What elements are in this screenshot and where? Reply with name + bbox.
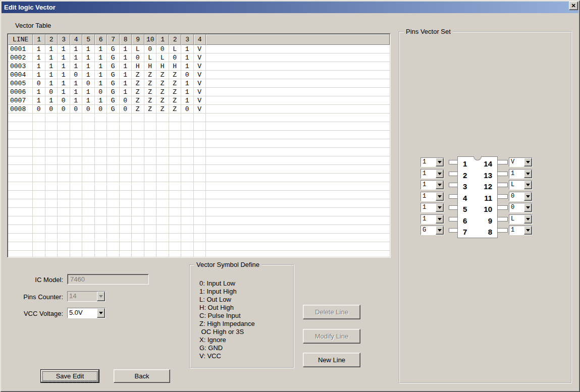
new-line-button[interactable]: New Line (303, 353, 360, 367)
vector-cell (181, 182, 194, 191)
pin-13-select[interactable]: 1 (509, 169, 533, 179)
vector-cell (107, 156, 120, 165)
vector-cell (45, 139, 58, 148)
vcc-voltage-select[interactable]: 5.0V (67, 308, 106, 318)
vector-cell (95, 174, 108, 182)
vector-cell: 1 (45, 96, 58, 105)
vector-cell (144, 225, 157, 234)
vector-cell: G (107, 53, 120, 62)
delete-line-button[interactable]: Delete Line (303, 305, 360, 319)
pin-7-select[interactable]: G (420, 226, 444, 235)
table-row-0006[interactable]: 0006101110G1ZZZZ1V (8, 88, 390, 96)
vector-cell: L (144, 53, 157, 62)
vector-cell (156, 234, 169, 242)
vector-cell (33, 225, 45, 234)
vector-cell (144, 131, 157, 139)
pin-8-dropdown-button[interactable] (524, 226, 532, 235)
back-button[interactable]: Back (114, 369, 170, 383)
table-row-0002[interactable]: 0002111111G10LL01V (8, 53, 390, 62)
vector-cell: L (156, 53, 169, 62)
vector-cell: V (194, 79, 206, 88)
pin-3-select[interactable]: 1 (420, 180, 444, 190)
vector-cell: H (169, 62, 182, 71)
line-number-cell (8, 148, 33, 156)
pin-5-dropdown-button[interactable] (436, 203, 444, 212)
vector-cell (82, 216, 95, 225)
pin-6-dropdown-button[interactable] (436, 215, 444, 223)
symbol-legend-item: G: GND (199, 344, 255, 352)
pin-2-dropdown-button[interactable] (436, 170, 444, 178)
pin-4-dropdown-button[interactable] (436, 192, 444, 201)
pin-1-select[interactable]: 1 (420, 157, 444, 167)
table-row-0004[interactable]: 0004111011G1ZZZZ0V (8, 71, 390, 79)
pin-13-dropdown-button[interactable] (524, 170, 532, 178)
pin-14-select[interactable]: V (509, 157, 533, 167)
vector-cell: 1 (120, 45, 132, 53)
vector-cell (194, 139, 206, 148)
chevron-down-icon (99, 295, 103, 300)
table-row-0007[interactable]: 0007110111G0ZZZZ1V (8, 96, 390, 105)
vector-cell (33, 216, 45, 225)
vector-cell: Z (132, 71, 144, 79)
vector-cell: Z (169, 79, 182, 88)
vector-cell (82, 208, 95, 216)
pin-1-dropdown-button[interactable] (436, 158, 444, 166)
table-row-0001[interactable]: 0001111111G1L00L1V (8, 45, 390, 53)
vector-cell: 1 (45, 53, 58, 62)
vector-cell (107, 165, 120, 174)
pin-9-select[interactable]: L (509, 214, 533, 224)
vector-cell (58, 174, 70, 182)
vector-cell: 1 (45, 62, 58, 71)
pin-10-dropdown-button[interactable] (524, 203, 532, 212)
pin-lead (497, 217, 508, 221)
vector-cell (194, 216, 206, 225)
table-row-0005[interactable]: 0005011101G1ZZZZ1V (8, 79, 390, 88)
line-number-cell (8, 234, 33, 242)
vector-cell: 1 (70, 62, 83, 71)
vector-cell (70, 156, 83, 165)
pin-11-dropdown-button[interactable] (524, 192, 532, 201)
pin-12-dropdown-button[interactable] (524, 181, 532, 189)
vector-cell (169, 191, 182, 199)
pin-3-dropdown-button[interactable] (436, 181, 444, 189)
close-icon[interactable]: ✕ (569, 2, 578, 10)
vector-cell (181, 156, 194, 165)
pin-14-dropdown-button[interactable] (524, 158, 532, 166)
pin-3-value: 1 (421, 181, 436, 189)
pin-8-select[interactable]: 1 (509, 226, 533, 235)
vector-cell: 0 (144, 45, 157, 53)
pin-11-value: 0 (509, 192, 524, 201)
vector-cell: V (194, 71, 206, 79)
vector-cell (107, 225, 120, 234)
vcc-voltage-dropdown-button[interactable] (97, 308, 105, 318)
vector-cell (70, 242, 83, 251)
pin-6-select[interactable]: 1 (420, 214, 444, 224)
vector-cell (169, 216, 182, 225)
pin-7-dropdown-button[interactable] (436, 226, 444, 235)
vector-cell (70, 199, 83, 208)
modify-line-button[interactable]: Modify Line (303, 329, 360, 344)
table-row-0003[interactable]: 0003111111G1HHHH1V (8, 62, 390, 71)
pins-counter-dropdown-button[interactable] (97, 292, 105, 301)
table-row-0008[interactable]: 0008000000G0ZZZZ0V (8, 105, 390, 114)
pins-counter-select[interactable]: 14 (67, 291, 106, 302)
pin-4-select[interactable]: 1 (420, 192, 444, 201)
vector-cell (58, 191, 70, 199)
vector-cell (33, 242, 45, 251)
vector-cell (107, 148, 120, 156)
pin-12-select[interactable]: L (509, 180, 533, 190)
column-header-4: 4 (194, 34, 206, 45)
vector-cell (58, 122, 70, 131)
chip-pin-number: 11 (484, 193, 492, 203)
pin-10-select[interactable]: 0 (509, 203, 533, 212)
vector-cell (156, 114, 169, 122)
save-edit-button[interactable]: Save Edit (40, 369, 99, 383)
pin-9-dropdown-button[interactable] (524, 215, 532, 223)
vector-cell (194, 156, 206, 165)
pin-2-select[interactable]: 1 (420, 169, 444, 179)
vector-cell (107, 139, 120, 148)
pin-11-select[interactable]: 0 (509, 192, 533, 201)
pin-5-select[interactable]: 1 (420, 203, 444, 212)
ic-model-field[interactable]: 7460 (67, 274, 149, 285)
vector-cell: 1 (45, 79, 58, 88)
